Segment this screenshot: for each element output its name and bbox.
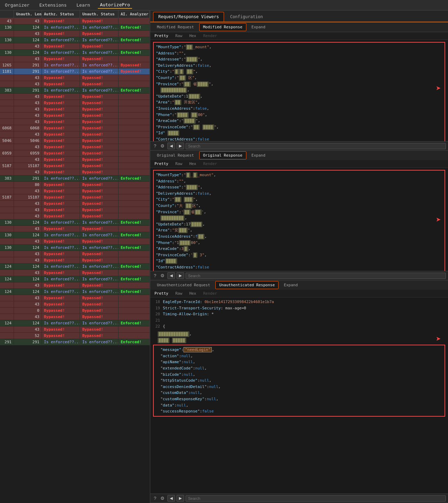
unauth-search-input[interactable] [186,495,446,502]
tab-configuration[interactable]: Configuration [225,12,268,22]
table-row[interactable]: 43 Bypassed! Bypassed! [0,56,150,62]
original-response-tab[interactable]: Original Response [199,151,246,159]
table-row[interactable]: 80 Bypassed! Bypassed! [0,182,150,188]
unauth-help-btn[interactable]: ? [152,495,158,501]
table-row[interactable]: 43 Bypassed! Bypassed! [0,131,150,138]
table-row[interactable]: 43 Bypassed! Bypassed! [0,251,150,257]
fmt-raw-original[interactable]: Raw [174,161,184,167]
table-row[interactable]: 43 Bypassed! Bypassed! [0,295,150,301]
table-row[interactable]: 43 Bypassed! Bypassed! [0,31,150,37]
fmt-raw-modified[interactable]: Raw [174,33,184,39]
original-help-btn[interactable]: ? [152,273,158,279]
table-row[interactable]: 43 Bypassed! Bypassed! [0,270,150,276]
table-row[interactable]: 383 291 Is enforced??... Is enforced??..… [0,87,150,94]
table-row[interactable]: 43 Bypassed! Bypassed! [0,226,150,232]
table-row[interactable]: 5187 15187 Bypassed! Bypassed! [0,163,150,169]
unauth-format-tabs: Pretty Raw Hex Render [150,290,448,297]
table-row[interactable]: 43 Bypassed! Bypassed! [0,213,150,220]
nav-organizer[interactable]: Organizer [3,2,31,8]
cell-unauth-len: 0 [14,308,42,314]
cell-authz-status: Is enforced??... [42,175,80,181]
unauth-request-tab[interactable]: Unauthenticated Request [153,281,214,289]
original-search-input[interactable] [186,273,446,279]
modified-settings-btn[interactable]: ⚙ [159,143,166,149]
table-row[interactable]: 43 Bypassed! Bypassed! [0,119,150,125]
table-row[interactable]: 124 124 Is enforced??... Is enforced??..… [0,264,150,270]
unauth-prev-btn[interactable]: ◀ [167,495,175,502]
table-row[interactable]: 43 Bypassed! Bypassed! [0,314,150,320]
subtab-modified-response[interactable]: Modified Response [199,23,246,31]
unauth-next-btn[interactable]: ▶ [176,495,184,502]
unauth-response-tab[interactable]: Unauthenticated Response [215,281,279,289]
table-row[interactable]: 43 43 Bypassed! Bypassed! [0,18,150,24]
table-row[interactable]: 43 Bypassed! Bypassed! [0,113,150,119]
tab-request-response-viewers[interactable]: Request/Response Viewers [153,12,224,22]
fmt-pretty-modified[interactable]: Pretty [153,33,170,39]
modified-next-btn[interactable]: ▶ [176,143,184,149]
table-row[interactable]: 43 Bypassed! Bypassed! [0,81,150,87]
table-row[interactable]: 6959 6959 Bypassed! Bypassed! [0,150,150,157]
table-row[interactable]: 124 124 Is enforced??... Is enforced??..… [0,276,150,282]
modified-search-input[interactable] [186,143,446,149]
modified-prev-btn[interactable]: ◀ [167,143,175,149]
cell-ai [118,100,150,106]
table-row[interactable]: 130 124 Is enforced??... Is enforced??..… [0,245,150,251]
fmt-hex-original[interactable]: Hex [188,161,198,167]
subtab-expand[interactable]: Expand [248,23,269,31]
original-settings-btn[interactable]: ⚙ [159,273,166,279]
cell-id [0,226,14,232]
cell-unauth-len: 43 [14,282,42,288]
original-expand-tab[interactable]: Expand [248,151,269,159]
table-row[interactable]: 383 291 Is enforced??... Is enforced??..… [0,175,150,182]
table-row[interactable]: 43 Bypassed! Bypassed! [0,144,150,150]
table-row[interactable]: 43 Bypassed! Bypassed! [0,169,150,175]
table-row[interactable]: 130 124 Is enforced??... Is enforced??..… [0,220,150,226]
original-prev-btn[interactable]: ◀ [167,272,175,279]
table-row[interactable]: 1181 291 Is enforced??... Is enforced??.… [0,69,150,75]
original-request-tab[interactable]: Original Request [153,151,198,159]
fmt-raw-unauth[interactable]: Raw [174,290,184,296]
table-row[interactable]: 43 Bypassed! Bypassed! [0,201,150,207]
table-row[interactable]: 6068 6068 Bypassed! Bypassed! [0,125,150,131]
fmt-hex-unauth[interactable]: Hex [188,290,198,296]
original-section-tabs: Original Request Original Response Expan… [150,151,448,160]
original-next-btn[interactable]: ▶ [176,272,184,279]
nav-learn[interactable]: Learn [74,2,92,8]
table-row[interactable]: 124 124 Is enforced??... Is enforced??..… [0,320,150,326]
table-row[interactable]: 43 Bypassed! Bypassed! [0,282,150,289]
unauth-expand-tab[interactable]: Expand [280,281,302,289]
table-row[interactable]: 291 291 Is enforced??... Is enforced??..… [0,339,150,345]
table-row[interactable]: 43 Bypassed! Bypassed! [0,257,150,264]
table-row[interactable]: 43 Bypassed! Bypassed! [0,188,150,194]
table-row[interactable]: 124 124 Is enforced??... Is enforced??..… [0,289,150,295]
table-row[interactable]: 5046 5046 Bypassed! Bypassed! [0,138,150,144]
table-row[interactable]: 43 Bypassed! Bypassed! [0,75,150,81]
table-row[interactable]: 43 Bypassed! Bypassed! [0,94,150,100]
table-row[interactable]: 43 Bypassed! Bypassed! [0,207,150,213]
table-row[interactable]: 130 124 Is enforced??... Is enforced??..… [0,24,150,31]
modified-help-btn[interactable]: ? [152,143,158,149]
table-row[interactable]: 5187 15187 Bypassed! Bypassed! [0,194,150,201]
table-row[interactable]: 130 124 Is enforced??... Is enforced??..… [0,232,150,238]
table-row[interactable]: 43 Bypassed! Bypassed! [0,238,150,245]
subtab-modified-request[interactable]: Modified Request [153,23,198,31]
cell-id: 130 [0,245,14,251]
nav-autorizepro[interactable]: AutorizePro [98,1,132,9]
fmt-pretty-original[interactable]: Pretty [153,161,170,167]
table-row[interactable]: 0 Bypassed! Bypassed! [0,308,150,314]
table-row[interactable]: 43 Bypassed! Bypassed! [0,301,150,308]
table-row[interactable]: 43 Bypassed! Bypassed! [0,106,150,113]
cell-unauth-len: 43 [14,43,42,49]
table-row[interactable]: 43 Bypassed! Bypassed! [0,157,150,163]
table-row[interactable]: 43 Bypassed! Bypassed! [0,100,150,106]
fmt-pretty-unauth[interactable]: Pretty [153,290,170,296]
table-row[interactable]: 43 Bypassed! Bypassed! [0,326,150,333]
fmt-hex-modified[interactable]: Hex [188,33,198,39]
table-row[interactable]: 52 Bypassed! Bypassed! [0,333,150,339]
table-row[interactable]: 130 124 Is enforced??... Is enforced??..… [0,50,150,56]
nav-extensions[interactable]: Extensions [37,2,68,8]
table-row[interactable]: 1265 291 Is enforced??... Is enforced??.… [0,62,150,69]
table-row[interactable]: 43 Bypassed! Bypassed! [0,43,150,50]
unauth-settings-btn[interactable]: ⚙ [159,495,166,501]
table-row[interactable]: 130 124 Is enforced??... Is enforced??..… [0,37,150,43]
